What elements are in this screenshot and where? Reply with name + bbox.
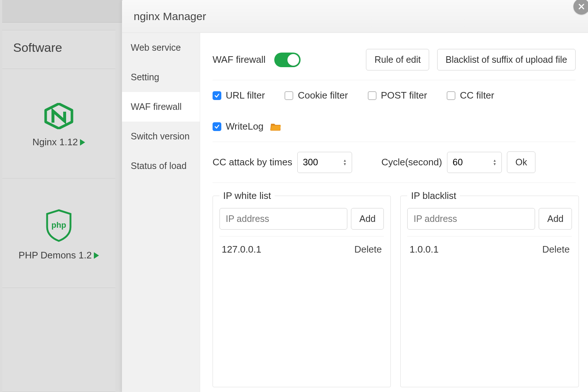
stepper-icon[interactable]: ▲▼ [343, 159, 347, 166]
modal-tabs: Web service Setting WAF firewall Switch … [122, 33, 200, 392]
tab-web-service[interactable]: Web service [122, 33, 200, 62]
folder-icon[interactable] [270, 122, 281, 131]
cc-cycle-field[interactable] [453, 157, 482, 168]
check-label: POST filter [381, 90, 427, 101]
rule-edit-button[interactable]: Rule of edit [366, 49, 429, 70]
blacklist-item: 1.0.0.1 Delete [407, 236, 572, 262]
tab-setting[interactable]: Setting [122, 62, 200, 92]
tab-status-of-load[interactable]: Status of load [122, 151, 200, 181]
ok-button[interactable]: Ok [507, 151, 535, 173]
filter-checks: URL filter Cookie filter POST filter [213, 90, 576, 132]
cc-times-field[interactable] [303, 157, 332, 168]
whitelist-item: 127.0.0.1 Delete [219, 236, 384, 262]
blacklist-add-button[interactable]: Add [539, 208, 572, 230]
tab-switch-version[interactable]: Switch version [122, 122, 200, 151]
ip-whitelist: IP white list Add 127.0.0.1 Delete [213, 190, 391, 387]
nginx-manager-modal: nginx Manager Web service Setting WAF fi… [122, 0, 588, 392]
close-icon [578, 3, 585, 10]
check-label: WriteLog [226, 121, 264, 132]
check-label: CC filter [460, 90, 494, 101]
blacklist-ip: 1.0.0.1 [409, 244, 439, 255]
blacklist-suffix-button[interactable]: Blacklist of suffix of upload file [437, 49, 576, 70]
whitelist-delete-button[interactable]: Delete [354, 244, 382, 255]
modal-title: nginx Manager [122, 0, 588, 33]
content-pane: WAF firewall Rule of edit Blacklist of s… [200, 33, 588, 392]
check-writelog[interactable]: WriteLog [213, 121, 281, 132]
whitelist-input[interactable] [219, 208, 347, 230]
whitelist-legend: IP white list [219, 190, 275, 201]
whitelist-add-button[interactable]: Add [351, 208, 384, 230]
check-post-filter[interactable]: POST filter [368, 90, 427, 101]
checkbox-icon [368, 91, 377, 100]
blacklist-delete-button[interactable]: Delete [542, 244, 570, 255]
cc-cycle-input[interactable]: ▲▼ [447, 152, 502, 173]
check-label: Cookie filter [298, 90, 348, 101]
whitelist-ip: 127.0.0.1 [222, 244, 261, 255]
checkbox-icon [213, 122, 221, 131]
cc-times-label: CC attack by times [213, 157, 292, 168]
checkbox-icon [213, 91, 221, 100]
blacklist-legend: IP blacklist [407, 190, 460, 201]
check-url-filter[interactable]: URL filter [213, 90, 265, 101]
check-label: URL filter [226, 90, 265, 101]
blacklist-input[interactable] [407, 208, 535, 230]
cc-cycle-label: Cycle(second) [381, 157, 442, 168]
checkbox-icon [285, 91, 293, 100]
stepper-icon[interactable]: ▲▼ [493, 159, 496, 166]
checkbox-icon [447, 91, 455, 100]
cc-times-input[interactable]: ▲▼ [297, 152, 352, 173]
close-button[interactable] [573, 0, 588, 15]
waf-label: WAF firewall [213, 54, 266, 65]
ip-blacklist: IP blacklist Add 1.0.0.1 Delete [400, 190, 579, 387]
check-cc-filter[interactable]: CC filter [447, 90, 494, 101]
check-cookie-filter[interactable]: Cookie filter [285, 90, 348, 101]
tab-waf-firewall[interactable]: WAF firewall [122, 92, 200, 122]
waf-toggle[interactable] [274, 53, 301, 67]
